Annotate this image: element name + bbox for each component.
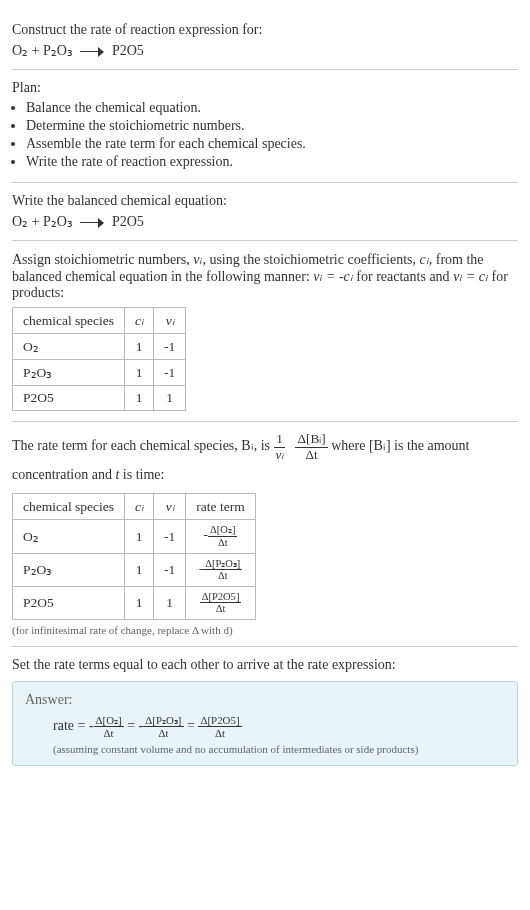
frac-num: Δ[P2O5]	[200, 591, 242, 604]
cell-ci: 1	[125, 586, 154, 619]
plan-item: Assemble the rate term for each chemical…	[26, 136, 518, 152]
cell-species: P₂O₃	[13, 553, 125, 586]
cell-ci: 1	[125, 520, 154, 553]
text: The rate term for each chemical species,…	[12, 438, 274, 453]
text: for reactants and	[353, 269, 453, 284]
plan-list: Balance the chemical equation. Determine…	[12, 100, 518, 170]
col-ci: cᵢ	[125, 308, 154, 334]
rate-frac: Δ[P₂O₃]Δt	[203, 558, 242, 582]
cell-species: P2O5	[13, 586, 125, 619]
intro-product: P2O5	[112, 43, 144, 58]
plan-item: Determine the stoichiometric numbers.	[26, 118, 518, 134]
final-section: Set the rate terms equal to each other t…	[12, 647, 518, 776]
table-row: P₂O₃ 1 -1 -Δ[P₂O₃]Δt	[13, 553, 256, 586]
col-rate: rate term	[186, 494, 255, 520]
cell-ci: 1	[125, 386, 154, 411]
cell-rate: -Δ[P₂O₃]Δt	[186, 553, 255, 586]
balanced-equation: O₂ + P₂O₃ P2O5	[12, 213, 518, 230]
table-row: O₂ 1 -1 -Δ[O₂]Δt	[13, 520, 256, 553]
rule: νᵢ = cᵢ	[453, 269, 488, 284]
frac-den: Δt	[208, 537, 237, 549]
cell-nui: -1	[154, 520, 186, 553]
c-i: cᵢ	[420, 252, 429, 267]
balanced-label: Write the balanced chemical equation:	[12, 193, 518, 209]
frac-den: Δt	[203, 570, 242, 582]
intro-prompt: Construct the rate of reaction expressio…	[12, 22, 518, 38]
cell-nui: 1	[154, 386, 186, 411]
plan-item: Balance the chemical equation.	[26, 100, 518, 116]
eq-sign: =	[127, 718, 138, 733]
text: is time:	[119, 467, 164, 482]
stoich-intro: Assign stoichiometric numbers, νᵢ, using…	[12, 251, 518, 301]
balanced-product: P2O5	[112, 214, 144, 229]
cell-ci: 1	[125, 360, 154, 386]
answer-box: Answer: rate = -Δ[O₂]Δt = -Δ[P₂O₃]Δt = Δ…	[12, 681, 518, 766]
rule: νᵢ = -cᵢ	[313, 269, 353, 284]
intro-reactants: O₂ + P₂O₃	[12, 43, 73, 58]
cell-species: O₂	[13, 334, 125, 360]
frac-num: Δ[P₂O₃]	[203, 558, 242, 571]
rateterm-note: (for infinitesimal rate of change, repla…	[12, 624, 518, 636]
rate-prefix: rate =	[53, 718, 89, 733]
frac-num: Δ[O₂]	[94, 714, 124, 727]
plan-item: Write the rate of reaction expression.	[26, 154, 518, 170]
answer-label: Answer:	[25, 692, 505, 708]
table-row: P2O5 1 1 Δ[P2O5]Δt	[13, 586, 256, 619]
table-header-row: chemical species cᵢ νᵢ rate term	[13, 494, 256, 520]
text: , using the stoichiometric coefficients,	[202, 252, 419, 267]
rate-frac: Δ[O₂]Δt	[94, 714, 124, 739]
stoich-section: Assign stoichiometric numbers, νᵢ, using…	[12, 241, 518, 422]
table-row: O₂ 1 -1	[13, 334, 186, 360]
frac-num: Δ[Bᵢ]	[295, 432, 327, 448]
cell-nui: -1	[154, 334, 186, 360]
text: Assign stoichiometric numbers,	[12, 252, 193, 267]
cell-nui: 1	[154, 586, 186, 619]
frac-den: Δt	[200, 603, 242, 615]
col-species: chemical species	[13, 308, 125, 334]
cell-nui: -1	[154, 553, 186, 586]
cell-species: O₂	[13, 520, 125, 553]
frac-den: Δt	[94, 727, 124, 739]
cell-ci: 1	[125, 553, 154, 586]
arrow-icon	[80, 47, 104, 57]
frac-one-over-nu: 1 νᵢ	[274, 432, 286, 462]
stoich-table: chemical species cᵢ νᵢ O₂ 1 -1 P₂O₃ 1 -1…	[12, 307, 186, 411]
rate-frac: Δ[P2O5]Δt	[198, 714, 241, 739]
col-ci: cᵢ	[125, 494, 154, 520]
intro-section: Construct the rate of reaction expressio…	[12, 12, 518, 70]
cell-species: P₂O₃	[13, 360, 125, 386]
table-row: P₂O₃ 1 -1	[13, 360, 186, 386]
arrow-icon	[80, 218, 104, 228]
rateterm-intro: The rate term for each chemical species,…	[12, 432, 518, 487]
plan-label: Plan:	[12, 80, 518, 96]
cell-ci: 1	[125, 334, 154, 360]
frac-num: Δ[P2O5]	[198, 714, 241, 727]
cell-species: P2O5	[13, 386, 125, 411]
rate-expression: rate = -Δ[O₂]Δt = -Δ[P₂O₃]Δt = Δ[P2O5]Δt	[25, 714, 505, 739]
balanced-reactants: O₂ + P₂O₃	[12, 214, 73, 229]
plan-section: Plan: Balance the chemical equation. Det…	[12, 70, 518, 183]
frac-den: Δt	[143, 727, 183, 739]
rateterm-table: chemical species cᵢ νᵢ rate term O₂ 1 -1…	[12, 493, 256, 619]
rate-frac: Δ[O₂]Δt	[208, 524, 237, 548]
cell-rate: Δ[P2O5]Δt	[186, 586, 255, 619]
frac-delta-bi: Δ[Bᵢ] Δt	[295, 432, 327, 462]
rateterm-section: The rate term for each chemical species,…	[12, 422, 518, 647]
cell-nui: -1	[154, 360, 186, 386]
frac-den: Δt	[295, 448, 327, 463]
frac-den: Δt	[198, 727, 241, 739]
table-header-row: chemical species cᵢ νᵢ	[13, 308, 186, 334]
frac-num: 1	[274, 432, 286, 448]
frac-num: Δ[P₂O₃]	[143, 714, 183, 727]
eq-sign: =	[187, 718, 198, 733]
final-label: Set the rate terms equal to each other t…	[12, 657, 518, 673]
frac-num: Δ[O₂]	[208, 524, 237, 537]
cell-rate: -Δ[O₂]Δt	[186, 520, 255, 553]
rate-frac: Δ[P2O5]Δt	[200, 591, 242, 615]
table-row: P2O5 1 1	[13, 386, 186, 411]
assumption-note: (assuming constant volume and no accumul…	[25, 743, 505, 755]
intro-equation: O₂ + P₂O₃ P2O5	[12, 42, 518, 59]
col-species: chemical species	[13, 494, 125, 520]
balanced-section: Write the balanced chemical equation: O₂…	[12, 183, 518, 241]
col-nui: νᵢ	[154, 308, 186, 334]
